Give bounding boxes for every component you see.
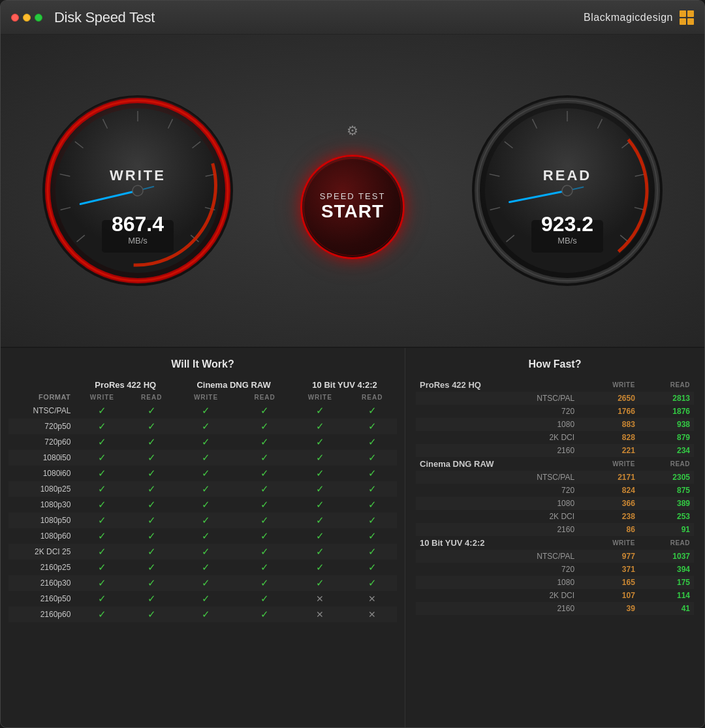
svg-rect-37 bbox=[531, 220, 603, 253]
hf-read-value: 389 bbox=[639, 497, 694, 510]
row-label: NTSC/PAL bbox=[8, 403, 76, 419]
start-label-main: START bbox=[321, 201, 384, 222]
hf-row-label: 1080 bbox=[416, 497, 578, 510]
check-cell: ✓ bbox=[76, 434, 128, 450]
check-cell: ✓ bbox=[128, 403, 175, 419]
check-cell: ✓ bbox=[128, 607, 175, 622]
row-label: 1080p25 bbox=[8, 481, 76, 497]
app-title: Disk Speed Test bbox=[54, 9, 155, 26]
check-cell: ✓ bbox=[76, 450, 128, 466]
check-cell: ✓ bbox=[347, 528, 397, 544]
hf-write-value: 86 bbox=[578, 523, 639, 536]
hf-row-label: 2160 bbox=[416, 602, 578, 615]
check-cell: ✓ bbox=[175, 450, 237, 466]
check-cell: ✓ bbox=[347, 419, 397, 434]
check-cell: ✓ bbox=[128, 466, 175, 481]
cdng-read-header: READ bbox=[237, 391, 292, 403]
check-cell: ✓ bbox=[292, 575, 347, 591]
hf-write-value: 107 bbox=[578, 589, 639, 602]
cinema-dng-header: Cinema DNG RAW bbox=[175, 378, 292, 391]
check-cell: ✓ bbox=[175, 497, 237, 513]
check-cell: ✓ bbox=[347, 575, 397, 591]
cross-cell: ✕ bbox=[347, 607, 397, 622]
row-label: 2160p60 bbox=[8, 607, 76, 622]
hf-row-label: NTSC/PAL bbox=[416, 471, 578, 484]
check-cell: ✓ bbox=[347, 481, 397, 497]
hf-write-value: 824 bbox=[578, 484, 639, 497]
hf-write-value: 2171 bbox=[578, 471, 639, 484]
hf-data-row: 1080 883 938 bbox=[416, 418, 694, 431]
hf-row-label: NTSC/PAL bbox=[416, 550, 578, 563]
hf-read-value: 875 bbox=[639, 484, 694, 497]
close-button[interactable] bbox=[11, 14, 19, 22]
check-cell: ✓ bbox=[237, 513, 292, 528]
row-label: 1080i60 bbox=[8, 466, 76, 481]
check-cell: ✓ bbox=[292, 497, 347, 513]
hf-group-header-row: Cinema DNG RAW WRITE READ bbox=[416, 457, 694, 471]
minimize-button[interactable] bbox=[23, 14, 31, 22]
speed-test-start-button[interactable]: SPEED TEST START bbox=[300, 155, 405, 259]
hf-write-value: 221 bbox=[578, 444, 639, 457]
hf-read-col-header: READ bbox=[639, 536, 694, 550]
settings-button[interactable]: ⚙ bbox=[347, 123, 358, 138]
table-row: 720p60✓✓✓✓✓✓ bbox=[8, 434, 397, 450]
row-label: 2160p50 bbox=[8, 591, 76, 607]
check-cell: ✓ bbox=[175, 403, 237, 419]
hf-data-row: 720 824 875 bbox=[416, 484, 694, 497]
hf-read-value: 253 bbox=[639, 510, 694, 523]
check-cell: ✓ bbox=[128, 434, 175, 450]
check-cell: ✓ bbox=[292, 528, 347, 544]
row-label: 1080p30 bbox=[8, 497, 76, 513]
table-row: 2160p30✓✓✓✓✓✓ bbox=[8, 575, 397, 591]
prores-write-header: WRITE bbox=[76, 391, 128, 403]
check-cell: ✓ bbox=[76, 544, 128, 560]
hf-read-value: 879 bbox=[639, 431, 694, 444]
check-cell: ✓ bbox=[128, 497, 175, 513]
check-cell: ✓ bbox=[237, 466, 292, 481]
check-cell: ✓ bbox=[292, 560, 347, 575]
hf-write-value: 165 bbox=[578, 576, 639, 589]
hf-data-row: NTSC/PAL 2171 2305 bbox=[416, 471, 694, 484]
hf-read-value: 1037 bbox=[639, 550, 694, 563]
hf-write-value: 39 bbox=[578, 602, 639, 615]
maximize-button[interactable] bbox=[35, 14, 42, 22]
hf-read-col-header: READ bbox=[639, 378, 694, 392]
check-cell: ✓ bbox=[175, 434, 237, 450]
check-cell: ✓ bbox=[175, 544, 237, 560]
hf-data-row: 720 1766 1876 bbox=[416, 405, 694, 418]
check-cell: ✓ bbox=[128, 419, 175, 434]
hf-data-row: NTSC/PAL 2650 2813 bbox=[416, 392, 694, 405]
hf-row-label: 2K DCI bbox=[416, 589, 578, 602]
check-cell: ✓ bbox=[237, 419, 292, 434]
hf-write-value: 977 bbox=[578, 550, 639, 563]
hf-data-row: 1080 165 175 bbox=[416, 576, 694, 589]
yuv-header: 10 Bit YUV 4:2:2 bbox=[292, 378, 397, 391]
row-label: 2K DCI 25 bbox=[8, 544, 76, 560]
hf-data-row: 2160 86 91 bbox=[416, 523, 694, 536]
table-row: 1080p30✓✓✓✓✓✓ bbox=[8, 497, 397, 513]
cross-cell: ✕ bbox=[292, 591, 347, 607]
check-cell: ✓ bbox=[76, 419, 128, 434]
check-cell: ✓ bbox=[128, 544, 175, 560]
check-cell: ✓ bbox=[292, 450, 347, 466]
hf-read-value: 938 bbox=[639, 418, 694, 431]
hf-data-row: NTSC/PAL 977 1037 bbox=[416, 550, 694, 563]
table-row: 1080i50✓✓✓✓✓✓ bbox=[8, 450, 397, 466]
check-cell: ✓ bbox=[128, 450, 175, 466]
title-bar-left: Disk Speed Test bbox=[11, 9, 155, 26]
check-cell: ✓ bbox=[175, 528, 237, 544]
check-cell: ✓ bbox=[292, 481, 347, 497]
check-cell: ✓ bbox=[76, 528, 128, 544]
table-row: 2160p50✓✓✓✓✕✕ bbox=[8, 591, 397, 607]
hf-row-label: 2160 bbox=[416, 444, 578, 457]
hf-row-label: 2K DCI bbox=[416, 510, 578, 523]
yuv-write-header: WRITE bbox=[292, 391, 347, 403]
check-cell: ✓ bbox=[237, 497, 292, 513]
check-cell: ✓ bbox=[76, 481, 128, 497]
hf-write-col-header: WRITE bbox=[578, 457, 639, 471]
check-cell: ✓ bbox=[237, 560, 292, 575]
brand-icon bbox=[680, 10, 694, 25]
hf-group-name: ProRes 422 HQ bbox=[416, 378, 578, 392]
check-cell: ✓ bbox=[76, 466, 128, 481]
check-cell: ✓ bbox=[237, 607, 292, 622]
